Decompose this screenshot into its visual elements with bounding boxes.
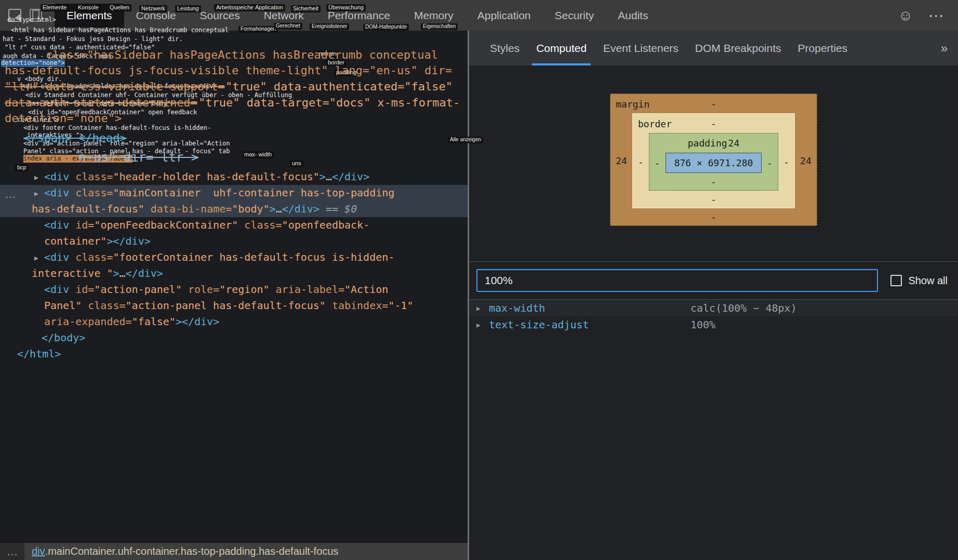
dom-tree-node[interactable]: </body>: [0, 330, 468, 346]
show-all-checkbox[interactable]: [890, 275, 902, 286]
feedback-smiley-icon[interactable]: ☺: [898, 8, 913, 23]
border-bottom-value[interactable]: -: [711, 194, 716, 205]
code-segment: >: [270, 203, 276, 215]
margin-top-value[interactable]: -: [711, 98, 716, 109]
dom-tree-node[interactable]: container"></div>: [0, 233, 468, 249]
show-all-control: Show all: [890, 275, 948, 287]
dom-tree-node[interactable]: </html>: [0, 346, 468, 362]
expand-arrow-icon[interactable]: ▶: [34, 169, 38, 185]
margin-label: margin: [616, 99, 649, 110]
tab-console[interactable]: Console: [124, 4, 188, 28]
code-segment: interactive ": [32, 267, 113, 279]
code-segment: data-bi-name=: [144, 203, 232, 215]
code-segment: div: [295, 203, 313, 215]
sidebar-tab-computed[interactable]: Computed: [528, 31, 595, 65]
sidebar-tab-dom-breakpoints[interactable]: DOM Breakpoints: [687, 31, 790, 65]
code-segment: …: [119, 267, 126, 279]
tab-performance[interactable]: Performance: [316, 4, 402, 28]
code-segment: "openfeedback-: [282, 219, 370, 231]
expand-arrow-icon[interactable]: ▶: [34, 185, 38, 202]
code-segment: ></: [176, 315, 194, 328]
code-segment: <: [44, 219, 50, 231]
inspect-element-icon[interactable]: [8, 9, 21, 22]
padding-bottom-value[interactable]: -: [711, 176, 716, 187]
dom-tree-node[interactable]: has-default-focus" data-bi-name="body">……: [0, 201, 468, 217]
code-segment: <: [44, 170, 50, 183]
dom-tree-node[interactable]: aria-expanded="false"></div>: [0, 314, 468, 330]
code-segment: >: [113, 267, 119, 279]
code-segment: has-default-focus": [32, 203, 144, 215]
computed-properties-list: ▶max-widthcalc(100% − 48px)▶text-size-ad…: [469, 300, 958, 333]
border-left-value[interactable]: -: [633, 133, 649, 191]
code-segment: <: [44, 283, 50, 296]
code-segment: div: [50, 219, 69, 231]
panel-splitter[interactable]: [468, 31, 469, 560]
code-segment: "body": [232, 203, 269, 215]
code-segment: "action-panel": [94, 283, 182, 296]
tab-sources[interactable]: Sources: [188, 4, 252, 28]
margin-left-value[interactable]: 24: [610, 113, 632, 208]
margin-right-value[interactable]: 24: [795, 113, 817, 208]
code-segment: id=: [69, 283, 94, 296]
dom-tree-node[interactable]: ▶<div class="footerContainer has-default…: [0, 249, 468, 265]
tab-security[interactable]: Security: [542, 4, 606, 28]
property-name: max-width: [489, 302, 690, 314]
tab-elements[interactable]: Elements: [55, 4, 124, 28]
property-expand-icon[interactable]: ▶: [476, 304, 489, 312]
computed-filter-bar: Show all: [469, 261, 958, 300]
code-segment: >: [363, 170, 369, 183]
code-segment: <: [44, 186, 50, 199]
box-model-content-size[interactable]: 876 × 6971.280: [666, 153, 762, 173]
code-segment: "false": [132, 315, 176, 328]
property-value: 100%: [690, 318, 715, 331]
code-segment: body: [54, 331, 79, 344]
dom-tree-node[interactable]: <div id="openFeedbackContainer" class="o…: [0, 217, 468, 233]
breadcrumb-overflow[interactable]: …: [0, 543, 24, 560]
breadcrumb-item[interactable]: div.mainContainer.uhf-container.has-top-…: [24, 543, 468, 560]
padding-left-value[interactable]: -: [649, 153, 666, 173]
padding-top-value[interactable]: 24: [728, 138, 740, 149]
computed-property-row[interactable]: ▶max-widthcalc(100% − 48px): [469, 300, 958, 316]
toolbar-tabs: ElementsConsoleSourcesNetworkPerformance…: [55, 0, 660, 31]
filter-input[interactable]: [476, 269, 878, 292]
device-toolbar-icon[interactable]: [30, 9, 42, 22]
more-options-icon[interactable]: ⋯: [928, 8, 944, 23]
code-segment: div: [126, 235, 144, 247]
code-segment: div: [50, 170, 69, 183]
sidebar-tab-event-listeners[interactable]: Event Listeners: [595, 31, 687, 65]
dom-tree-node[interactable]: ▶<div class="mainContainer uhf-container…: [0, 185, 468, 201]
dom-tree-node[interactable]: ▶<div class="header-holder has-default-f…: [0, 169, 468, 185]
sidebar-tab-styles[interactable]: Styles: [482, 31, 528, 65]
padding-right-value[interactable]: -: [762, 153, 778, 173]
code-segment: ></: [107, 235, 125, 247]
code-segment: >: [320, 170, 326, 183]
tab-audits[interactable]: Audits: [606, 4, 660, 28]
dom-tree: ▶<div class="header-holder has-default-f…: [0, 169, 468, 362]
computed-property-row[interactable]: ▶text-size-adjust100%: [469, 316, 958, 333]
code-segment: div: [138, 267, 157, 279]
border-top-value[interactable]: -: [711, 118, 716, 129]
code-segment: div: [194, 315, 213, 328]
breadcrumb-classes: .mainContainer.uhf-container.has-top-pad…: [45, 545, 339, 557]
tab-application[interactable]: Application: [465, 4, 543, 28]
code-segment: role=: [182, 283, 219, 296]
border-right-value[interactable]: -: [778, 133, 794, 191]
code-segment: >: [55, 348, 61, 360]
more-tabs-icon[interactable]: »: [941, 31, 958, 65]
devtools-window: { "toolbar": { "tabs": [ {"id":"elements…: [0, 0, 958, 560]
property-value: calc(100% − 48px): [690, 302, 797, 314]
dom-tree-node[interactable]: <div id="action-panel" role="region" ari…: [0, 282, 468, 298]
breadcrumb-tag: div: [32, 545, 45, 557]
sidebar-tab-properties[interactable]: Properties: [790, 31, 856, 65]
code-segment: "action-panel has-default-focus": [126, 299, 326, 312]
tab-network[interactable]: Network: [252, 4, 316, 28]
tab-memory[interactable]: Memory: [402, 4, 465, 28]
dom-tree-node[interactable]: Panel" class="action-panel has-default-f…: [0, 298, 468, 314]
dom-tree-node[interactable]: interactive ">…</div>: [0, 265, 468, 282]
code-segment: id=: [69, 219, 94, 231]
code-segment: class=: [69, 251, 113, 263]
code-segment: class=: [69, 170, 113, 183]
property-expand-icon[interactable]: ▶: [476, 321, 489, 329]
margin-bottom-value[interactable]: -: [711, 211, 716, 222]
expand-arrow-icon[interactable]: ▶: [34, 250, 38, 266]
